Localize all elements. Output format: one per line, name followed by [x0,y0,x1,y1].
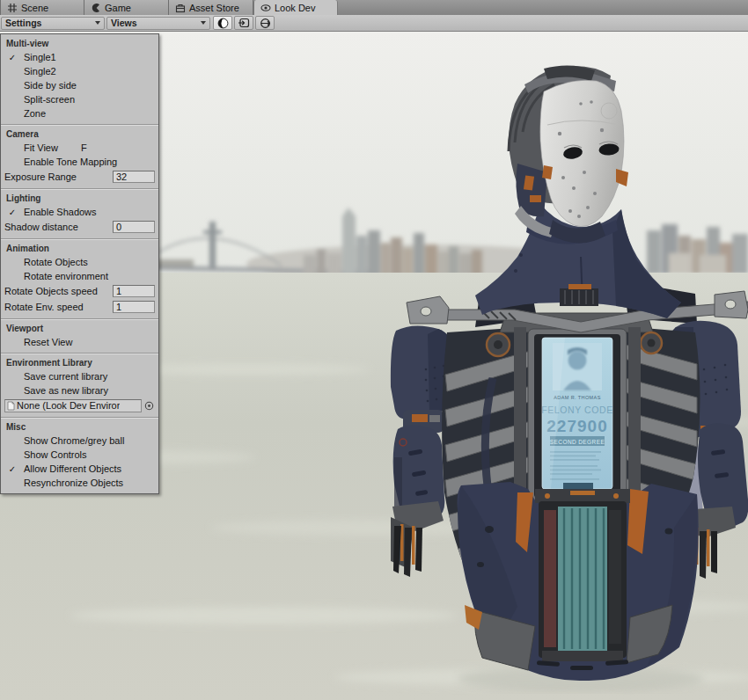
robot-abdomen [458,482,699,681]
gamepad-icon [91,3,101,13]
menu-item-enable-tone-mapping[interactable]: Enable Tone Mapping [1,155,158,169]
tab-label: Scene [21,3,48,13]
menu-item-label: Split-screen [24,94,75,105]
sync-views-icon [260,18,271,29]
menu-item-label: Enable Shadows [24,207,97,217]
send-to-view-button[interactable] [234,16,253,30]
left-claws [393,524,422,577]
menu-item-save-current-library[interactable]: Save current library [1,369,158,383]
chrome-ball-button[interactable] [213,16,232,30]
menu-item-label: Save current library [24,371,107,382]
section-misc: Misc Show Chrome/grey ball Show Controls… [1,418,158,493]
section-title: Viewport [1,321,158,335]
menu-item-rotate-environment[interactable]: Rotate environment [1,269,158,283]
grid-icon [7,3,18,13]
environment-object-field-row: None (Look Dev Enviror [1,397,158,413]
menu-item-single1[interactable]: ✓ Single1 [1,50,158,64]
tab-asset-store[interactable]: Asset Store [169,0,253,15]
neck-orange-clip [568,284,591,289]
environment-object-field[interactable]: None (Look Dev Enviror [4,399,142,412]
menu-item-label: Enable Tone Mapping [24,157,117,167]
field-label: Exposure Range [4,171,113,182]
mugshot-name: ADAM R. THOMAS [554,395,600,400]
views-dropdown[interactable]: Views [106,17,210,30]
menu-item-fit-view[interactable]: Fit View F [1,141,158,155]
menu-item-save-as-new-library[interactable]: Save as new library [1,383,158,397]
tab-scene[interactable]: Scene [0,0,84,15]
tab-look-dev[interactable]: Look Dev [253,0,338,15]
field-label: Rotate Objects speed [4,286,113,296]
menu-item-reset-view[interactable]: Reset View [1,335,158,349]
section-multi-view: Multi-view ✓ Single1 Single2 Side by sid… [1,34,158,125]
sync-views-button[interactable] [255,16,275,30]
rotate-objects-speed-input[interactable]: 1 [113,285,155,297]
section-title: Multi-view [1,36,158,50]
menu-item-label: Rotate Objects [24,257,88,267]
menu-item-label: Single1 [24,52,56,62]
chrome-ball-icon [217,18,229,29]
section-title: Misc [1,419,158,434]
object-field-value: None (Look Dev Enviror [17,400,120,411]
menu-item-label: Show Chrome/grey ball [24,435,124,446]
field-label: Shadow distance [4,222,113,232]
menu-item-label: Side by side [24,80,77,91]
tab-label: Game [105,3,131,13]
menu-item-label: Save as new library [24,385,108,396]
menu-item-resynchronize-objects[interactable]: Resynchronize Objects [1,476,158,490]
field-label: Rotate Env. speed [4,302,113,312]
section-title: Environment Library [1,355,158,369]
check-icon: ✓ [1,208,24,217]
section-viewport: Viewport Reset View [1,319,158,354]
cheek-orange-left [542,165,553,179]
menu-item-split-screen[interactable]: Split-screen [1,92,158,106]
menu-item-rotate-objects[interactable]: Rotate Objects [1,255,158,269]
menu-item-show-controls[interactable]: Show Controls [1,448,158,462]
menu-item-label: Single2 [24,66,56,77]
menu-item-side-by-side[interactable]: Side by side [1,78,158,92]
degree-label: SECOND DEGREE [550,439,605,445]
field-rotate-env-speed: Rotate Env. speed 1 [1,299,158,315]
section-title: Lighting [1,191,158,205]
menu-item-label: Allow Different Objects [24,463,121,474]
views-dropdown-label: Views [111,18,137,28]
tab-bar: Scene Game Asset Store Look Dev [0,0,748,15]
section-animation: Animation Rotate Objects Rotate environm… [1,239,158,319]
settings-dropdown[interactable]: Settings [1,17,105,30]
check-icon: ✓ [1,53,24,62]
tab-label: Asset Store [189,3,239,13]
chest-screen: ADAM R. THOMAS FELONY CODE 227900 SECOND… [541,338,613,489]
shortcut-key: F [81,142,87,153]
section-camera: Camera Fit View F Enable Tone Mapping Ex… [1,125,158,189]
rotate-env-speed-input[interactable]: 1 [113,301,155,313]
tab-bar-space [338,0,748,15]
chevron-down-icon [95,21,100,25]
menu-item-label: Zone [24,108,46,119]
section-title: Camera [1,127,158,141]
menu-item-zone[interactable]: Zone [1,106,158,120]
store-box-icon [175,3,186,13]
menu-item-label: Fit View [24,142,58,153]
menu-item-label: Show Controls [24,449,87,460]
field-shadow-distance: Shadow distance 0 [1,219,158,235]
object-picker-icon[interactable] [144,401,154,411]
tab-game[interactable]: Game [84,0,169,15]
field-exposure-range: Exposure Range 32 [1,169,158,185]
menu-item-single2[interactable]: Single2 [1,64,158,78]
tab-label: Look Dev [275,3,315,13]
shadow-distance-input[interactable]: 0 [113,221,155,233]
menu-item-allow-different-objects[interactable]: ✓ Allow Different Objects [1,462,158,476]
menu-item-label: Rotate environment [24,271,108,281]
menu-item-enable-shadows[interactable]: ✓ Enable Shadows [1,205,158,219]
section-title: Animation [1,241,158,255]
menu-item-label: Resynchronize Objects [24,478,123,488]
eye-icon [260,3,271,13]
field-rotate-objects-speed: Rotate Objects speed 1 [1,283,158,299]
exposure-range-input[interactable]: 32 [113,171,155,183]
menu-item-label: Reset View [24,337,72,347]
lookdev-settings-panel: Multi-view ✓ Single1 Single2 Side by sid… [0,33,159,494]
lookdev-toolbar: Settings Views [0,15,748,32]
page-icon [7,401,15,411]
check-icon: ✓ [1,464,24,474]
menu-item-show-chrome-grey-ball[interactable]: Show Chrome/grey ball [1,434,158,448]
section-environment-library: Environment Library Save current library… [1,354,158,418]
